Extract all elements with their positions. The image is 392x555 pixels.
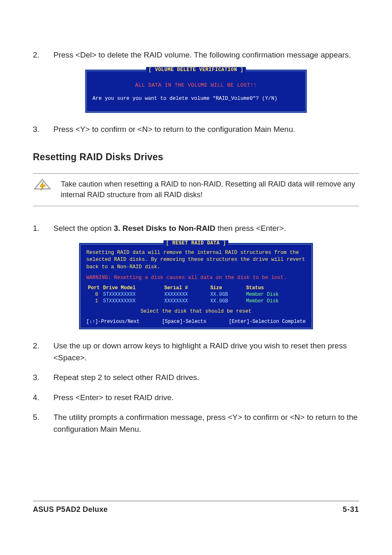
lightning-icon-svg: [33, 179, 52, 198]
foot-selects: [Space]-Selects: [162, 319, 206, 325]
cell-serial: XXXXXXXX: [163, 291, 209, 298]
table-header-row: Port Drive Model Serial # Size Status: [86, 285, 306, 291]
step-item: 2. Press <Del> to delete the RAID volume…: [33, 49, 359, 61]
terminal-title: [ RESET RAID DATA ]: [164, 240, 228, 246]
table-row: 0 STXXXXXXXXX XXXXXXXX XX.0GB Member Dis…: [86, 291, 306, 298]
foot-prev-next: [↓↑]-Previous/Next: [86, 319, 140, 325]
terminal-select-hint: Select the disk that should be reset: [86, 309, 306, 314]
steps-delete-volume: 2. Press <Del> to delete the RAID volume…: [33, 49, 359, 61]
col-drive-model: Drive Model: [101, 285, 163, 291]
step-text: Press <Y> to confirm or <N> to return to…: [53, 124, 359, 136]
step-item: 1. Select the option 3. Reset Disks to N…: [33, 223, 359, 235]
disk-table: Port Drive Model Serial # Size Status 0 …: [86, 285, 306, 304]
cell-status: Member Disk: [244, 291, 306, 298]
callout-text: Take caution when resetting a RAID to no…: [61, 179, 359, 200]
callout-box: Take caution when resetting a RAID to no…: [33, 173, 359, 206]
step-text: Select the option 3. Reset Disks to Non-…: [53, 223, 359, 235]
step-item: 3. Repeat step 2 to select other RAID dr…: [33, 372, 359, 384]
terminal-delete-verification: [ VOLUME DELETE VERIFICATION ] ALL DATA …: [85, 69, 307, 113]
step-text: The utility prompts a confirmation messa…: [53, 412, 359, 435]
cell-model: STXXXXXXXXX: [101, 291, 163, 298]
document-page: 2. Press <Del> to delete the RAID volume…: [0, 0, 392, 539]
terminal-footer-keys: [↓↑]-Previous/Next [Space]-Selects [Ente…: [86, 318, 306, 325]
terminal-frame: [ RESET RAID DATA ] Resetting RAID data …: [79, 243, 313, 330]
col-port: Port: [86, 285, 101, 291]
footer-page-number: 5-31: [343, 505, 359, 514]
page-footer: ASUS P5AD2 Deluxe 5-31: [33, 501, 359, 514]
foot-selection-complete: [Enter]-Selection Complete: [229, 319, 306, 325]
footer-product: ASUS P5AD2 Deluxe: [33, 505, 108, 514]
step-number: 2.: [33, 49, 53, 61]
cell-serial: XXXXXXXX: [163, 298, 209, 304]
steps-delete-confirm: 3. Press <Y> to confirm or <N> to return…: [33, 124, 359, 136]
col-serial: Serial #: [163, 285, 209, 291]
step-text: Use the up or down arrow keys to highlig…: [53, 340, 359, 364]
col-size: Size: [209, 285, 244, 291]
cell-size: XX.0GB: [209, 298, 244, 304]
terminal-frame: [ VOLUME DELETE VERIFICATION ] ALL DATA …: [85, 69, 307, 113]
terminal-question: Are you sure you want to delete volume "…: [92, 96, 300, 101]
lightning-icon: [33, 179, 52, 199]
cell-port: 1: [86, 298, 101, 304]
step-number: 3.: [33, 372, 53, 384]
step-item: 2. Use the up or down arrow keys to high…: [33, 340, 359, 364]
step-item: 5. The utility prompts a confirmation me…: [33, 412, 359, 435]
terminal-title: [ VOLUME DELETE VERIFICATION ]: [146, 67, 246, 73]
step-text: Press <Enter> to reset RAID drive.: [53, 392, 359, 404]
terminal-reset-raid-data: [ RESET RAID DATA ] Resetting RAID data …: [79, 243, 313, 330]
terminal-description: Resetting RAID data will remove the inte…: [86, 249, 306, 271]
step-text-post: then press <Enter>.: [215, 224, 286, 233]
step-item: 3. Press <Y> to confirm or <N> to return…: [33, 124, 359, 136]
cell-model: STXXXXXXXXX: [101, 298, 163, 304]
cell-status: Member Disk: [244, 298, 306, 304]
steps-reset-followup: 2. Use the up or down arrow keys to high…: [33, 340, 359, 435]
step-number: 4.: [33, 392, 53, 404]
steps-reset-start: 1. Select the option 3. Reset Disks to N…: [33, 223, 359, 235]
step-number: 5.: [33, 412, 53, 435]
terminal-warning: WARNING: Resetting a disk causes all dat…: [86, 275, 306, 281]
step-number: 1.: [33, 223, 53, 235]
table-row: 1 STXXXXXXXXX XXXXXXXX XX.0GB Member Dis…: [86, 298, 306, 304]
step-text-pre: Select the option: [53, 224, 114, 233]
step-text: Press <Del> to delete the RAID volume. T…: [53, 49, 359, 61]
step-number: 3.: [33, 124, 53, 136]
section-heading-resetting: Resetting RAID Disks Drives: [33, 152, 359, 163]
terminal-warning-redline: ALL DATA IN THE VOLUME WILL BE LOST!!: [92, 83, 300, 88]
cell-size: XX.0GB: [209, 291, 244, 298]
cell-port: 0: [86, 291, 101, 298]
step-number: 2.: [33, 340, 53, 364]
callout-caution: Take caution when resetting a RAID to no…: [33, 173, 359, 206]
step-item: 4. Press <Enter> to reset RAID drive.: [33, 392, 359, 404]
step-text: Repeat step 2 to select other RAID drive…: [53, 372, 359, 384]
step-text-bold-option: 3. Reset Disks to Non-RAID: [114, 224, 215, 233]
col-status: Status: [244, 285, 306, 291]
